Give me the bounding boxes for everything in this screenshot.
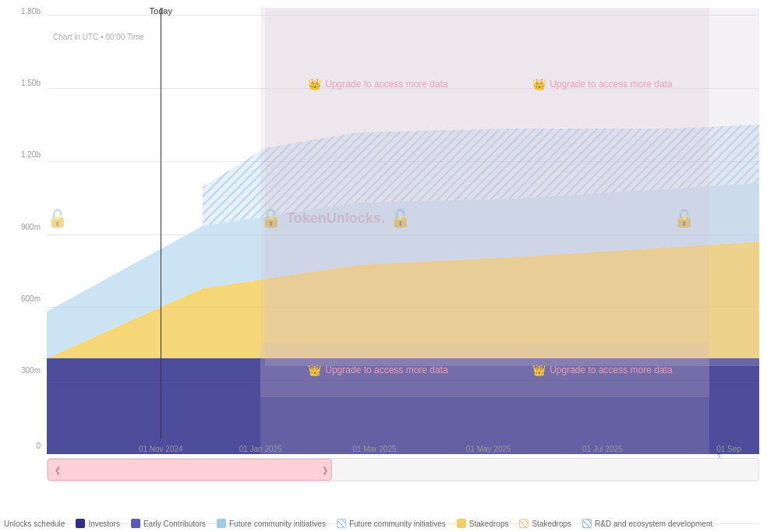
legend-label-early-contributors: Early Contributors xyxy=(143,520,206,528)
chart-svg xyxy=(47,8,759,454)
legend-swatch-stakedrops-solid xyxy=(457,519,466,528)
legend-label-stakedrops-striped: Stakedrops xyxy=(532,520,571,528)
y-label-180b: 1.80b xyxy=(21,7,41,16)
scrollbar-thumb[interactable]: ❮ ❯ xyxy=(48,459,332,481)
today-label: Today xyxy=(150,6,172,16)
x-label-may: 01 May 2025 xyxy=(466,445,511,453)
legend-item-unlocks-schedule: Unlocks schedule xyxy=(4,520,65,528)
legend-swatch-stakedrops-striped xyxy=(519,519,528,528)
x-label-jan: 01 Jan 2025 xyxy=(239,445,282,453)
legend-swatch-future-community-solid xyxy=(217,519,226,528)
legend-label-rd-ecosystem: R&D and ecosystem development xyxy=(595,520,712,528)
legend-label-stakedrops-solid: Stakedrops xyxy=(469,520,509,528)
y-label-300m: 300m xyxy=(21,365,41,374)
scrollbar-handle-left[interactable]: ❮ xyxy=(55,466,61,474)
legend-item-future-community-striped: Future community initiatives xyxy=(337,519,446,528)
legend-label-investors: Investors xyxy=(88,520,120,528)
legend-label-future-community-solid: Future community initiatives xyxy=(229,520,326,528)
scrollbar-handle-right[interactable]: ❯ xyxy=(322,466,331,474)
chart-subtitle: Chart in UTC • 00:00 Time xyxy=(53,33,144,41)
legend-item-rd-ecosystem: R&D and ecosystem development xyxy=(582,519,712,528)
x-label-mar: 01 Mar 2025 xyxy=(352,445,396,453)
legend-swatch-future-community-striped xyxy=(337,519,346,528)
scrollbar-track[interactable]: ❮ ❯ xyxy=(47,458,759,481)
y-axis: 0 300m 600m 900m 1.20b 1.50b 1.80b xyxy=(0,8,47,454)
investors-area xyxy=(47,358,759,454)
x-axis: 01 Nov 2024 01 Jan 2025 01 Mar 2025 01 M… xyxy=(47,442,759,457)
legend-swatch-investors xyxy=(76,519,85,528)
y-label-120b: 1.20b xyxy=(21,150,41,159)
legend-swatch-rd-ecosystem xyxy=(582,519,592,528)
y-label-150b: 1.50b xyxy=(21,79,41,87)
x-label-jul: 01 Jul 2025 xyxy=(582,445,623,453)
legend-label-future-community-striped: Future community initiatives xyxy=(349,520,446,528)
legend: Unlocks schedule Investors Early Contrib… xyxy=(4,519,759,528)
svg-rect-4 xyxy=(265,8,759,366)
y-label-900m: 900m xyxy=(21,222,41,231)
legend-label-unlocks-schedule: Unlocks schedule xyxy=(4,520,65,528)
x-label-nov: 01 Nov 2024 xyxy=(139,445,183,453)
y-label-600m: 600m xyxy=(21,294,41,302)
today-line xyxy=(161,8,161,439)
legend-item-early-contributors: Early Contributors xyxy=(131,519,206,528)
y-label-0: 0 xyxy=(36,442,41,450)
legend-item-future-community-solid: Future community initiatives xyxy=(217,519,326,528)
chart-container: 0 300m 600m 900m 1.20b 1.50b 1.80b xyxy=(0,0,767,532)
legend-item-investors: Investors xyxy=(76,519,120,528)
legend-item-stakedrops-solid: Stakedrops xyxy=(457,519,509,528)
legend-item-stakedrops-striped: Stakedrops xyxy=(519,519,571,528)
legend-swatch-early-contributors xyxy=(131,519,140,528)
